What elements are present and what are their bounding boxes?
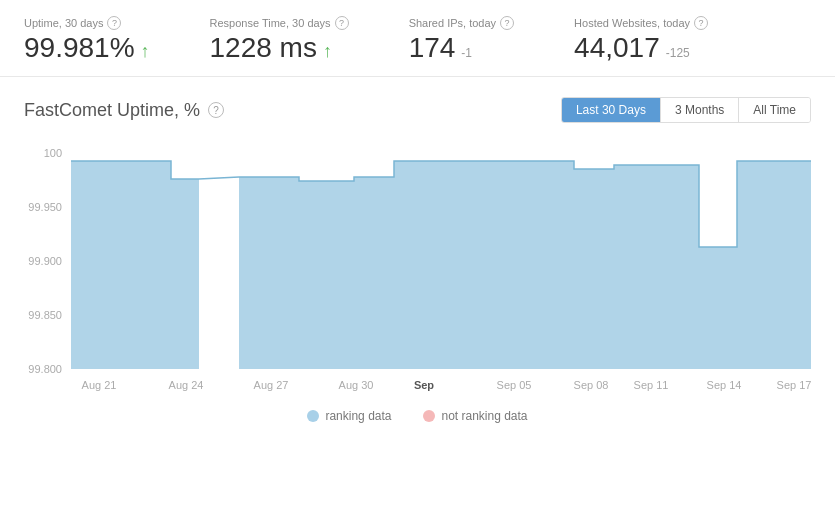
hosted-websites-label: Hosted Websites, today ? — [574, 16, 708, 30]
chart-container: 100 99.950 99.900 99.850 99.800 — [24, 139, 811, 399]
not-ranking-data-label: not ranking data — [441, 409, 527, 423]
not-ranking-data-legend: not ranking data — [423, 409, 527, 423]
svg-text:100: 100 — [44, 147, 62, 159]
svg-rect-23 — [394, 161, 494, 369]
svg-text:Aug 30: Aug 30 — [339, 379, 374, 391]
svg-text:Sep 05: Sep 05 — [497, 379, 532, 391]
chart-legend: ranking data not ranking data — [24, 409, 811, 423]
uptime-help-icon[interactable]: ? — [107, 16, 121, 30]
3-months-button[interactable]: 3 Months — [661, 98, 739, 122]
svg-rect-28 — [699, 247, 737, 369]
svg-rect-25 — [574, 169, 614, 369]
time-selector: Last 30 Days 3 Months All Time — [561, 97, 811, 123]
svg-rect-24 — [494, 161, 574, 369]
chart-section: FastComet Uptime, % ? Last 30 Days 3 Mon… — [0, 77, 835, 439]
svg-text:Aug 24: Aug 24 — [169, 379, 204, 391]
svg-rect-18 — [71, 161, 171, 369]
svg-text:Sep: Sep — [414, 379, 434, 391]
shared-ips-help-icon[interactable]: ? — [500, 16, 514, 30]
svg-rect-26 — [614, 165, 664, 369]
svg-text:Sep 17: Sep 17 — [777, 379, 811, 391]
response-time-stat: Response Time, 30 days ? 1228 ms ↑ — [210, 16, 349, 64]
uptime-trend-icon: ↑ — [141, 41, 150, 62]
svg-rect-21 — [299, 181, 354, 369]
shared-ips-stat: Shared IPs, today ? 174 -1 — [409, 16, 514, 64]
response-time-trend-icon: ↑ — [323, 41, 332, 62]
chart-header: FastComet Uptime, % ? Last 30 Days 3 Mon… — [24, 97, 811, 123]
stats-bar: Uptime, 30 days ? 99.981% ↑ Response Tim… — [0, 0, 835, 77]
ranking-data-label: ranking data — [325, 409, 391, 423]
response-time-help-icon[interactable]: ? — [335, 16, 349, 30]
uptime-chart: 100 99.950 99.900 99.850 99.800 — [24, 139, 811, 399]
hosted-websites-stat: Hosted Websites, today ? 44,017 -125 — [574, 16, 708, 64]
svg-rect-22 — [354, 177, 394, 369]
svg-rect-27 — [664, 165, 699, 369]
svg-text:99.950: 99.950 — [28, 201, 62, 213]
svg-text:Sep 14: Sep 14 — [707, 379, 742, 391]
uptime-stat: Uptime, 30 days ? 99.981% ↑ — [24, 16, 150, 64]
response-time-value: 1228 ms ↑ — [210, 32, 349, 64]
svg-text:Aug 27: Aug 27 — [254, 379, 289, 391]
svg-text:Sep 11: Sep 11 — [634, 379, 669, 391]
last-30-days-button[interactable]: Last 30 Days — [562, 98, 661, 122]
all-time-button[interactable]: All Time — [739, 98, 810, 122]
shared-ips-label: Shared IPs, today ? — [409, 16, 514, 30]
ranking-data-legend: ranking data — [307, 409, 391, 423]
not-ranking-data-dot — [423, 410, 435, 422]
svg-text:Aug 21: Aug 21 — [82, 379, 117, 391]
uptime-value: 99.981% ↑ — [24, 32, 150, 64]
svg-text:99.900: 99.900 — [28, 255, 62, 267]
svg-text:Sep 08: Sep 08 — [574, 379, 609, 391]
hosted-websites-value: 44,017 -125 — [574, 32, 708, 64]
shared-ips-delta: -1 — [461, 46, 472, 60]
svg-rect-20 — [239, 177, 299, 369]
svg-text:99.850: 99.850 — [28, 309, 62, 321]
hosted-websites-help-icon[interactable]: ? — [694, 16, 708, 30]
response-time-label: Response Time, 30 days ? — [210, 16, 349, 30]
svg-text:99.800: 99.800 — [28, 363, 62, 375]
uptime-label: Uptime, 30 days ? — [24, 16, 150, 30]
svg-rect-19 — [171, 179, 199, 369]
svg-rect-29 — [737, 161, 811, 369]
ranking-data-dot — [307, 410, 319, 422]
shared-ips-value: 174 -1 — [409, 32, 514, 64]
chart-help-icon[interactable]: ? — [208, 102, 224, 118]
hosted-websites-delta: -125 — [666, 46, 690, 60]
chart-title: FastComet Uptime, % ? — [24, 100, 224, 121]
